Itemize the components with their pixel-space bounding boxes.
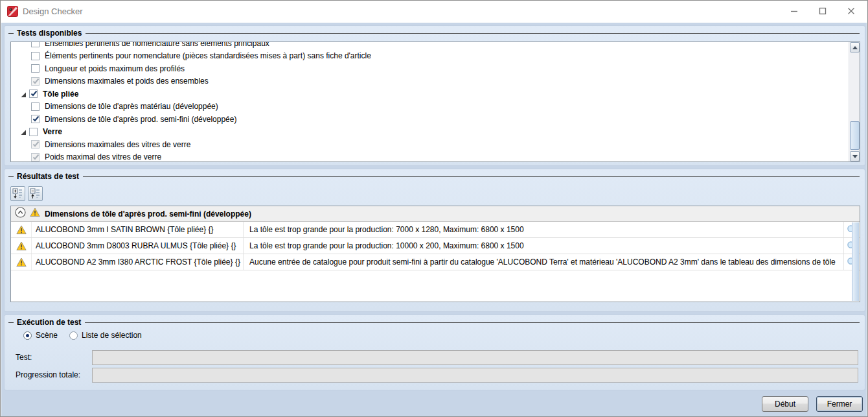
start-button[interactable]: Début — [762, 396, 808, 412]
result-item-name: ALUCOBOND 3mm I SATIN BROWN {Tôle pliée}… — [32, 222, 244, 237]
window-title: Design Checker — [23, 1, 83, 23]
collapse-toggle-icon[interactable] — [8, 176, 14, 177]
tree-item[interactable]: Dimensions de tôle d'après prod. semi-fi… — [11, 113, 848, 126]
checkbox[interactable] — [31, 52, 40, 60]
total-progress-bar — [92, 368, 858, 383]
expand-all-button[interactable] — [10, 186, 25, 201]
result-rows: ALUCOBOND 3mm I SATIN BROWN {Tôle pliée}… — [11, 222, 860, 270]
tree-item[interactable]: Poids maximal des vitres de verre — [11, 151, 848, 163]
collapse-all-button[interactable] — [28, 186, 43, 201]
result-row[interactable]: ALUCOBOND 3mm D8003 RUBRA ULMUS {Tôle pl… — [11, 238, 860, 254]
result-group-title: Dimensions de tôle d'après prod. semi-fi… — [45, 209, 251, 219]
design-checker-dialog: Design Checker Tests disponibles Ensembl… — [0, 0, 868, 417]
result-message: Aucune entrée de catalogue pour produit … — [244, 254, 844, 270]
results-section-title: Résultats de test — [17, 172, 79, 181]
test-progress-bar — [92, 350, 858, 365]
test-label: Test: — [16, 353, 32, 362]
tree-item-label: Dimensions maximales et poids des ensemb… — [45, 77, 209, 86]
warning-icon — [11, 254, 32, 270]
section-execution-de-test: Exécution de test ScèneListe de sélectio… — [4, 315, 865, 390]
scroll-down-button[interactable] — [850, 151, 860, 161]
tree-item-label: Dimensions de tôle d'après prod. semi-fi… — [45, 115, 236, 124]
tree-item[interactable]: Ensembles pertinents de nomenclature san… — [11, 42, 848, 50]
execution-group-title: Exécution de test — [8, 317, 860, 328]
checkbox[interactable] — [31, 140, 40, 149]
tree-item[interactable]: Tôle pliée — [11, 88, 848, 101]
result-message: La tôle est trop grande pour la producti… — [244, 238, 844, 254]
tests-group-title: Tests disponibles — [8, 28, 860, 38]
tests-section-title: Tests disponibles — [17, 29, 82, 38]
checkbox[interactable] — [31, 42, 40, 47]
dialog-body: Tests disponibles Ensembles pertinents d… — [1, 23, 867, 416]
tests-tree: Ensembles pertinents de nomenclature san… — [11, 42, 848, 162]
minimize-button[interactable] — [780, 1, 808, 21]
tree-item-label: Poids maximal des vitres de verre — [45, 152, 161, 161]
result-item-name: ALUCOBOND A2 3mm I380 ARCTIC FROST {Tôle… — [32, 254, 244, 270]
tree-item-label: Verre — [43, 127, 62, 136]
tree-item-label: Ensembles pertinents de nomenclature san… — [45, 42, 269, 48]
results-group-title: Résultats de test — [8, 171, 860, 182]
close-button[interactable] — [837, 1, 865, 21]
warning-icon — [11, 238, 32, 254]
result-row[interactable]: ALUCOBOND 3mm I SATIN BROWN {Tôle pliée}… — [11, 222, 860, 238]
checkbox[interactable] — [31, 153, 40, 161]
warning-icon — [11, 222, 32, 237]
radio-label: Scène — [36, 331, 58, 340]
maximize-button[interactable] — [808, 1, 837, 21]
result-item-name: ALUCOBOND 3mm D8003 RUBRA ULMUS {Tôle pl… — [32, 238, 244, 254]
checkbox[interactable] — [31, 115, 40, 123]
tree-expanded-icon[interactable] — [20, 128, 27, 135]
tree-item-label: Tôle pliée — [43, 89, 78, 99]
app-icon — [7, 6, 18, 17]
tree-item[interactable]: Dimensions maximales et poids des ensemb… — [11, 75, 848, 88]
section-resultats-de-test: Résultats de test — [4, 169, 865, 312]
radio-option[interactable]: Scène — [23, 331, 58, 340]
tree-item-label: Longueur et poids maximum des profilés — [45, 64, 185, 73]
radio-option[interactable]: Liste de sélection — [69, 331, 142, 340]
checkbox[interactable] — [31, 64, 40, 73]
tree-item[interactable]: Verre — [11, 126, 848, 139]
checkbox[interactable] — [29, 89, 38, 98]
tree-expanded-icon[interactable] — [20, 91, 27, 97]
tree-item-label: Dimensions de tôle d'après matériau (dév… — [45, 102, 218, 111]
group-title-rule — [83, 176, 860, 177]
checkbox[interactable] — [29, 128, 38, 136]
checkbox[interactable] — [31, 77, 40, 86]
group-title-rule — [86, 33, 860, 34]
execution-section-title: Exécution de test — [17, 318, 81, 327]
title-bar: Design Checker — [1, 1, 867, 23]
result-message: La tôle est trop grande pour la producti… — [244, 222, 844, 237]
results-scrollbar[interactable] — [852, 222, 859, 301]
result-group-header[interactable]: Dimensions de tôle d'après prod. semi-fi… — [11, 206, 860, 222]
results-panel: Dimensions de tôle d'après prod. semi-fi… — [10, 206, 860, 302]
results-toolbar — [10, 186, 43, 201]
available-tests-list[interactable]: Ensembles pertinents de nomenclature san… — [10, 42, 860, 162]
scrollbar-thumb[interactable] — [850, 121, 860, 150]
close-dialog-button[interactable]: Fermer — [816, 396, 863, 412]
scope-radio-group: ScèneListe de sélection — [23, 331, 142, 340]
collapse-toggle-icon[interactable] — [8, 322, 14, 323]
tree-item-label: Éléments pertinents pour nomenclature (p… — [45, 51, 371, 60]
warning-icon — [30, 208, 40, 220]
tree-item-label: Dimensions maximales des vitres de verre — [45, 140, 190, 149]
checkbox[interactable] — [31, 102, 40, 111]
tree-item[interactable]: Éléments pertinents pour nomenclature (p… — [11, 50, 848, 63]
radio-button[interactable] — [23, 331, 32, 340]
tree-item[interactable]: Dimensions maximales des vitres de verre — [11, 138, 848, 151]
radio-button[interactable] — [69, 331, 78, 340]
tree-item[interactable]: Longueur et poids maximum des profilés — [11, 62, 848, 75]
radio-label: Liste de sélection — [82, 331, 142, 340]
result-row[interactable]: ALUCOBOND A2 3mm I380 ARCTIC FROST {Tôle… — [11, 254, 860, 270]
tests-list-scrollbar[interactable] — [849, 42, 860, 161]
total-progress-label: Progression totale: — [16, 370, 80, 379]
tree-item[interactable]: Dimensions de tôle d'après matériau (dév… — [11, 101, 848, 113]
collapse-toggle-icon[interactable] — [8, 33, 14, 34]
group-title-rule — [85, 322, 860, 323]
collapse-group-icon[interactable] — [15, 207, 26, 220]
scroll-up-button[interactable] — [850, 42, 860, 53]
section-tests-disponibles: Tests disponibles Ensembles pertinents d… — [4, 25, 865, 166]
